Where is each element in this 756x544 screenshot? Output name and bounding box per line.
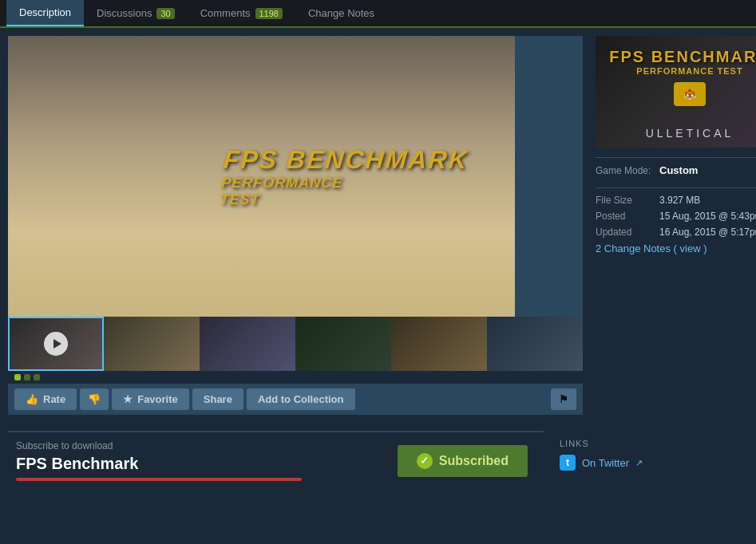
action-bar: 👍 Rate 👎 ★ Favorite Share Add to Collect… [8, 384, 583, 415]
thumb-bg-5 [391, 317, 487, 371]
thumb-bg-1 [10, 318, 102, 369]
game-mode-row: Game Mode: Custom [596, 164, 756, 176]
tab-description-label: Description [19, 6, 71, 18]
thumbnail-4[interactable] [295, 317, 391, 371]
thumbup-icon: 👍 [26, 393, 38, 405]
tab-comments[interactable]: Comments 1198 [188, 1, 295, 26]
thumbdown-icon: 👎 [88, 393, 101, 405]
share-label: Share [204, 393, 232, 405]
thumbnail-6[interactable] [487, 317, 583, 371]
thumbdown-button[interactable]: 👎 [80, 388, 109, 410]
thumbnail-2[interactable] [104, 317, 200, 371]
file-size-row: File Size 3.927 MB [596, 195, 756, 206]
preview-fps-line2: PERFORMANCE TEST [596, 66, 756, 76]
posted-label: Posted [596, 211, 659, 222]
tab-changenotes[interactable]: Change Notes [295, 1, 387, 26]
subscribed-label: Subscribed [439, 454, 509, 468]
tab-discussions[interactable]: Discussions 30 [84, 1, 188, 26]
main-content: FPS BENCHMARK PERFORMANCE TEST [0, 28, 756, 423]
subscribe-area: ✓ Subscribed [382, 431, 544, 489]
progress-bar [16, 478, 302, 481]
subscribe-label: Subscribe to download [16, 440, 374, 451]
preview-image: FPS BENCHMARK PERFORMANCE TEST 🐯 ULLETIC… [596, 36, 756, 148]
file-size-label: File Size [596, 195, 659, 206]
rate-button[interactable]: 👍 Rate [14, 388, 77, 410]
metadata-section: Game Mode: Custom [596, 157, 756, 187]
image-inner: FPS BENCHMARK PERFORMANCE TEST [8, 36, 515, 317]
fps-line3: TEST [220, 191, 466, 208]
preview-author-text: ULLETICAL [596, 127, 756, 140]
tab-description[interactable]: Description [6, 0, 84, 26]
flag-icon: ⚑ [559, 393, 568, 405]
change-notes-view-link[interactable]: ( view ) [674, 242, 707, 254]
file-info-section: File Size 3.927 MB Posted 15 Aug, 2015 @… [596, 187, 756, 266]
links-label: LINKS [560, 439, 740, 448]
dot-2 [24, 374, 30, 380]
thumb-bg-4 [295, 317, 391, 371]
subscribed-button[interactable]: ✓ Subscribed [398, 445, 528, 477]
file-size-value: 3.927 MB [659, 195, 700, 206]
thumbnail-5[interactable] [391, 317, 487, 371]
updated-value: 16 Aug, 2015 @ 5:17pm [659, 227, 756, 238]
share-button[interactable]: Share [192, 388, 243, 410]
play-icon [44, 332, 68, 356]
item-title: FPS Benchmark [16, 455, 374, 473]
fps-text-overlay: FPS BENCHMARK PERFORMANCE TEST [220, 145, 470, 208]
fps-line2: PERFORMANCE [220, 175, 467, 191]
twitter-label: On Twitter [582, 457, 629, 469]
main-image-container: FPS BENCHMARK PERFORMANCE TEST [8, 36, 583, 317]
flag-button[interactable]: ⚑ [551, 388, 576, 410]
posted-value: 15 Aug, 2015 @ 5:43pm [659, 211, 756, 222]
updated-label: Updated [596, 227, 659, 238]
preview-fps-line1: FPS BENCHMARK [596, 48, 756, 66]
left-column: FPS BENCHMARK PERFORMANCE TEST [8, 36, 583, 415]
bottom-right: LINKS t On Twitter ↗ [544, 431, 748, 489]
discussions-badge: 30 [156, 8, 174, 19]
posted-row: Posted 15 Aug, 2015 @ 5:43pm [596, 211, 756, 222]
bottom-section: Subscribe to download FPS Benchmark ✓ Su… [0, 423, 756, 489]
dot-1 [14, 374, 21, 380]
bottom-left: Subscribe to download FPS Benchmark [8, 431, 382, 489]
check-icon: ✓ [417, 453, 433, 469]
dot-3 [34, 374, 40, 380]
change-notes-row: 2 Change Notes ( view ) [596, 242, 756, 254]
external-link-icon: ↗ [635, 458, 643, 468]
tab-changenotes-label: Change Notes [308, 7, 374, 19]
favorite-button[interactable]: ★ Favorite [112, 388, 189, 410]
thumb-bg-2 [104, 317, 200, 371]
preview-author: ULLETICAL [596, 127, 756, 140]
thumb-bg-3 [200, 317, 295, 371]
main-image[interactable]: FPS BENCHMARK PERFORMANCE TEST [8, 36, 515, 317]
updated-row: Updated 16 Aug, 2015 @ 5:17pm [596, 227, 756, 238]
thumbnails-strip [8, 317, 583, 371]
comments-badge: 1198 [255, 8, 283, 19]
tab-comments-label: Comments [200, 7, 251, 19]
change-notes-link[interactable]: 2 Change Notes [596, 242, 671, 254]
twitter-link[interactable]: t On Twitter ↗ [560, 455, 740, 471]
add-to-collection-label: Add to Collection [258, 393, 344, 405]
tabs-bar: Description Discussions 30 Comments 1198… [0, 0, 756, 28]
game-mode-label: Game Mode: [596, 165, 659, 176]
twitter-icon: t [560, 455, 576, 471]
thumbnail-3[interactable] [200, 317, 295, 371]
game-mode-value: Custom [659, 164, 698, 176]
right-column: FPS BENCHMARK PERFORMANCE TEST 🐯 ULLETIC… [596, 36, 756, 415]
tiger-icon: 🐯 [674, 82, 706, 106]
favorite-label: Favorite [137, 393, 178, 405]
thumb-scroll [8, 371, 583, 384]
tab-discussions-label: Discussions [97, 7, 152, 19]
rate-label: Rate [43, 393, 65, 405]
preview-fps-title: FPS BENCHMARK PERFORMANCE TEST 🐯 [596, 48, 756, 112]
fps-line1: FPS BENCHMARK [222, 145, 469, 175]
star-icon: ★ [123, 393, 133, 405]
add-to-collection-button[interactable]: Add to Collection [247, 388, 355, 410]
thumbnail-1[interactable] [8, 317, 104, 371]
thumb-bg-6 [487, 317, 583, 371]
